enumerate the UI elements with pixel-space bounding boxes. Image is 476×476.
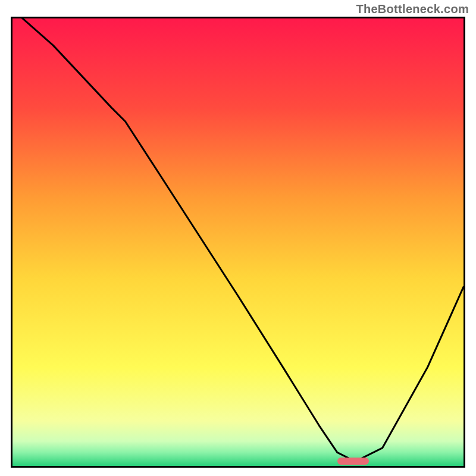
watermark-text: TheBottleneck.com [356, 2, 469, 16]
chart-background-gradient [12, 18, 464, 466]
chart-plot-area [11, 17, 465, 468]
optimal-marker [337, 458, 369, 465]
chart-svg [12, 18, 464, 466]
